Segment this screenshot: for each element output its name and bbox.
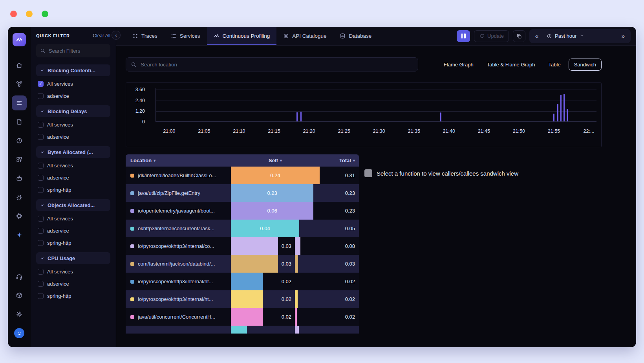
profile-row[interactable]: okhttp3/internal/concurrent/Task... 0.04… [126,220,359,237]
checkbox[interactable] [38,134,44,140]
total-value: 0.02 [320,290,359,308]
quick-filter-panel: QUICK FILTER Clear All Blocking Contenti… [31,27,116,347]
tab-database[interactable]: Database [333,27,378,45]
self-cell: 0.24 [231,167,320,184]
filter-option-spring-http[interactable]: spring-http [36,290,110,302]
tab-api-catalogue[interactable]: API Catalogue [276,27,333,45]
checkbox[interactable] [38,240,44,246]
clear-all-button[interactable]: Clear All [93,33,110,38]
location-search[interactable] [126,57,418,72]
filter-option-spring-http[interactable]: spring-http [36,184,110,196]
profile-row[interactable]: io/pyroscope/okhttp3/internal/ht... 0.02… [126,273,359,290]
filter-option-all-services[interactable]: All services [36,119,110,131]
view-flame-graph[interactable]: Flame Graph [438,59,479,71]
filter-option-spring-http[interactable]: spring-http [36,237,110,249]
filter-option-all-services[interactable]: ✓ All services [36,78,110,90]
time-forward-button[interactable]: » [617,31,629,42]
bug-icon[interactable] [12,190,27,205]
filter-option-adservice[interactable]: adservice [36,131,110,143]
profile-row[interactable]: java/util/concurrent/ConcurrentH... 0.02… [126,308,359,326]
filter-section-label: Blocking Contenti... [48,68,95,73]
timeline-bar [557,104,558,121]
cube-icon[interactable] [12,288,27,303]
profile-row-partial[interactable] [126,326,359,334]
maximize-window-button[interactable] [42,11,48,17]
checkbox[interactable] [38,187,44,193]
checkbox[interactable] [38,216,44,222]
chip-icon[interactable] [12,209,27,224]
filter-search-input[interactable] [49,48,106,54]
sparkle-ai-icon[interactable] [12,227,27,242]
view-table[interactable]: Table [543,59,566,71]
view-sandwich[interactable]: Sandwich [569,59,602,71]
tab-traces[interactable]: Traces [126,27,164,45]
chevron-down-icon [580,33,584,39]
filter-option-all-services[interactable]: All services [36,160,110,172]
pause-icon [461,33,463,38]
function-color-chip [130,244,134,248]
filter-section-header[interactable]: Objects Allocated... [36,199,110,211]
time-range-selector[interactable]: Past hour [543,33,588,39]
column-header-location[interactable]: Location▾ [126,158,231,163]
checkbox[interactable] [38,122,44,128]
filter-section-header[interactable]: CPU Usage [36,252,110,264]
filter-option-adservice[interactable]: adservice [36,278,110,290]
app-logo[interactable] [13,33,26,46]
time-back-button[interactable]: « [531,31,543,42]
close-window-button[interactable] [10,11,17,17]
home-icon[interactable] [12,58,27,73]
search-icon [131,62,137,68]
filter-option-adservice[interactable]: adservice [36,90,110,102]
checkbox[interactable] [38,93,44,99]
location-text: io/pyroscope/okhttp3/internal/ht... [138,296,213,302]
minimize-window-button[interactable] [26,11,33,17]
profile-row[interactable]: io/pyroscope/okhttp3/internal/co... 0.03… [126,237,359,255]
profiling-timeline-chart[interactable]: 3.602.401.200 21:0021:0521:1021:1521:202… [126,82,602,147]
copy-button[interactable] [513,30,525,42]
column-header-total[interactable]: Total▾ [320,158,359,163]
checkbox[interactable] [38,228,44,234]
network-nodes-icon[interactable] [12,77,27,92]
profile-row[interactable]: io/pyroscope/okhttp3/internal/ht... 0.02… [126,290,359,308]
update-button[interactable]: Update [474,30,509,42]
timeline-bar [300,112,302,121]
app-grid-icon[interactable] [12,152,27,167]
column-header-self[interactable]: Self▾ [231,158,320,163]
location-search-input[interactable] [141,62,413,68]
profiling-toolbar: Flame GraphTable & Flame GraphTableSandw… [126,57,602,72]
document-icon[interactable] [12,114,27,129]
robot-icon[interactable] [12,171,27,186]
checkbox[interactable] [38,175,44,181]
profiling-list-icon[interactable] [12,95,27,110]
profile-row[interactable]: java/util/zip/ZipFile.getEntry 0.23 0.23 [126,184,359,202]
checkbox[interactable] [38,281,44,287]
profile-row[interactable]: io/opentelemetry/javaagent/boot... 0.06 … [126,202,359,220]
collapse-filter-button[interactable]: ‹ [112,31,121,40]
filter-option-adservice[interactable]: adservice [36,172,110,184]
tab-label: Continuous Profiling [223,33,270,39]
filter-search[interactable] [36,44,110,57]
view-table-flame-graph[interactable]: Table & Flame Graph [481,59,541,71]
profile-row[interactable]: jdk/internal/loader/BuiltinClassLo... 0.… [126,167,359,184]
headset-icon[interactable] [12,269,27,284]
filter-option-adservice[interactable]: adservice [36,225,110,237]
filter-section-header[interactable]: Blocking Delays [36,105,110,117]
tab-continuous-profiling[interactable]: Continuous Profiling [207,27,277,45]
profile-row[interactable]: com/fasterxml/jackson/databind/... 0.03 … [126,255,359,273]
user-avatar[interactable] [12,326,27,341]
filter-option-all-services[interactable]: All services [36,213,110,225]
tab-services[interactable]: Services [164,27,207,45]
filter-option-all-services[interactable]: All services [36,266,110,278]
view-mode-toggles: Flame GraphTable & Flame GraphTableSandw… [438,59,602,71]
chevron-down-icon [40,109,44,114]
filter-section-header[interactable]: Blocking Contenti... [36,64,110,76]
checkbox[interactable]: ✓ [38,81,44,87]
gear-icon[interactable] [12,307,27,322]
pause-button[interactable] [457,30,470,42]
filter-section-header[interactable]: Bytes Allocated (... [36,146,110,158]
checkbox[interactable] [38,269,44,275]
checkbox[interactable] [38,293,44,299]
checkbox[interactable] [38,163,44,169]
clock-alert-icon[interactable] [12,133,27,148]
self-value: 0.03 [277,237,291,255]
